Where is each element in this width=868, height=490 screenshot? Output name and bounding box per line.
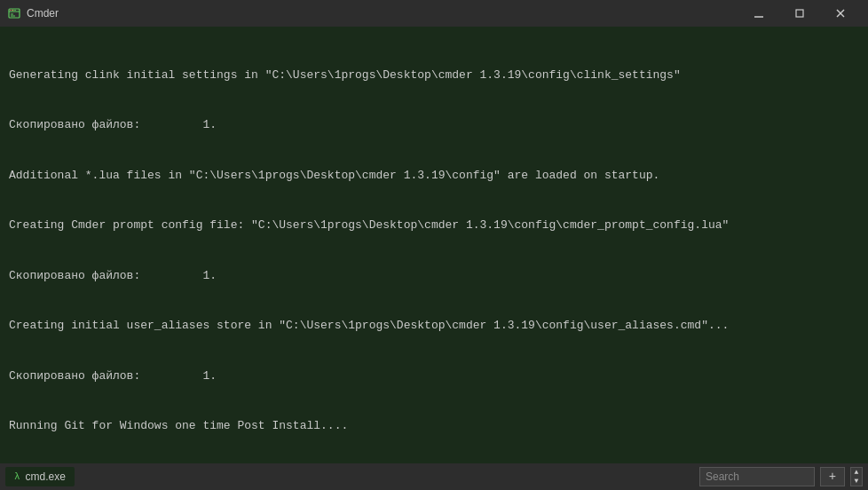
title-bar: Cmder (0, 0, 868, 27)
svg-rect-8 (796, 10, 803, 17)
output-line-6: Creating initial user_aliases store in "… (9, 318, 859, 335)
dropdown-button[interactable]: ▲ ▼ (850, 467, 863, 486)
close-button[interactable] (820, 0, 861, 27)
tab-cmd[interactable]: λ cmd.exe (5, 467, 75, 486)
arrow-down-icon[interactable]: ▼ (851, 477, 862, 486)
svg-point-3 (12, 10, 14, 12)
output-line-2: Скопировано файлов: 1. (9, 117, 859, 134)
cmder-icon (7, 6, 21, 20)
add-tab-button[interactable]: + (820, 467, 845, 486)
output-line-4: Creating Cmder prompt config file: "C:\U… (9, 217, 859, 234)
terminal-output: Generating clink initial settings in "C:… (9, 34, 859, 463)
svg-point-2 (10, 10, 12, 12)
output-line-5: Скопировано файлов: 1. (9, 268, 859, 285)
tab-lambda-icon: λ (14, 471, 20, 482)
maximize-button[interactable] (779, 0, 820, 27)
svg-point-4 (14, 10, 16, 12)
minimize-button[interactable] (738, 0, 779, 27)
tab-label: cmd.exe (26, 470, 66, 483)
output-line-8: Running Git for Windows one time Post In… (9, 418, 859, 435)
search-input[interactable] (706, 470, 809, 483)
status-bar: λ cmd.exe + ▲ ▼ (0, 463, 868, 490)
output-line-1: Generating clink initial settings in "C:… (9, 67, 859, 84)
output-line-3: Additional *.lua files in "C:\Users\1pro… (9, 168, 859, 185)
window-title: Cmder (27, 7, 738, 20)
arrow-up-icon[interactable]: ▲ (851, 468, 862, 477)
search-box[interactable] (699, 467, 815, 486)
output-line-7: Скопировано файлов: 1. (9, 368, 859, 385)
window-controls (738, 0, 861, 27)
terminal-area: Generating clink initial settings in "C:… (0, 27, 868, 463)
